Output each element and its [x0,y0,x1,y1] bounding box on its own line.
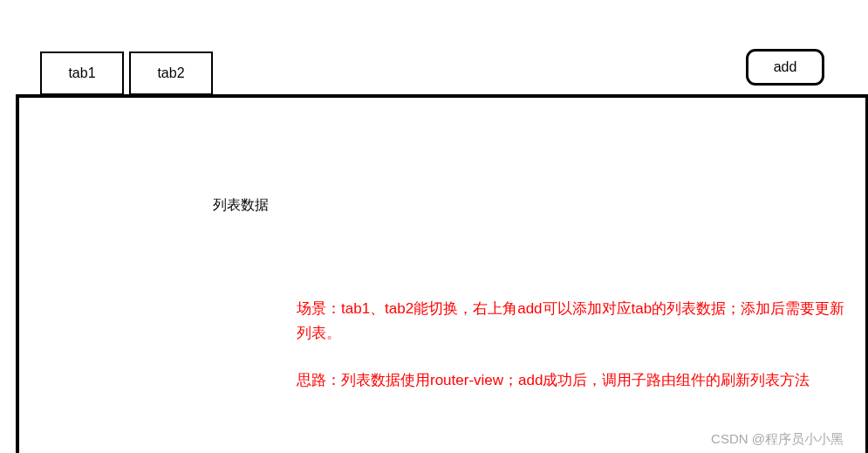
content-panel: 列表数据 场景：tab1、tab2能切换，右上角add可以添加对应tab的列表数… [16,94,868,453]
list-data-label: 列表数据 [213,196,269,215]
scenario-text: 场景：tab1、tab2能切换，右上角add可以添加对应tab的列表数据；添加后… [297,297,850,346]
tab-2[interactable]: tab2 [129,51,213,95]
watermark: CSDN @程序员小小黑 [711,431,844,448]
add-button[interactable]: add [746,49,824,86]
tab-1[interactable]: tab1 [40,51,124,95]
idea-text: 思路：列表数据使用router-view；add成功后，调用子路由组件的刷新列表… [297,368,850,393]
tab-row: tab1 tab2 [40,49,828,97]
